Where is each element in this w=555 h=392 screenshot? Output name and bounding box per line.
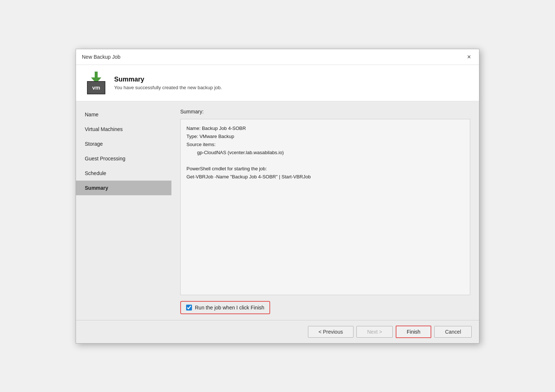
header-subtitle: You have successfully created the new ba… [114,85,222,90]
footer: < Previous Next > Finish Cancel [76,320,479,343]
run-job-checkbox-label[interactable]: Run the job when I click Finish [195,305,264,311]
cancel-button[interactable]: Cancel [434,326,472,338]
summary-text-box: Name: Backup Job 4-SOBR Type: VMware Bac… [180,119,470,295]
run-job-checkbox-row: Run the job when I click Finish [180,301,270,314]
run-job-checkbox[interactable] [186,305,192,311]
dialog-title: New Backup Job [82,54,120,60]
title-bar: New Backup Job × [76,49,479,65]
arrow-stem [95,72,98,77]
main-content: Summary: Name: Backup Job 4-SOBR Type: V… [171,101,479,320]
vm-icon: vm [87,81,105,94]
header-text: Summary You have successfully created th… [114,76,222,90]
close-button[interactable]: × [465,53,473,61]
sidebar: Name Virtual Machines Storage Guest Proc… [76,101,171,320]
header-icon: vm [85,72,108,94]
header-title: Summary [114,76,222,83]
sidebar-item-storage[interactable]: Storage [76,137,171,151]
new-backup-job-dialog: New Backup Job × vm Summary You have suc… [76,49,479,344]
finish-button[interactable]: Finish [396,326,431,338]
summary-section-label: Summary: [180,109,470,115]
sidebar-item-guest-processing[interactable]: Guest Processing [76,151,171,166]
sidebar-item-name[interactable]: Name [76,107,171,122]
next-button[interactable]: Next > [356,326,393,338]
previous-button[interactable]: < Previous [308,326,354,338]
sidebar-item-schedule[interactable]: Schedule [76,166,171,181]
sidebar-item-virtual-machines[interactable]: Virtual Machines [76,122,171,137]
body-area: Name Virtual Machines Storage Guest Proc… [76,101,479,320]
header-section: vm Summary You have successfully created… [76,65,479,101]
sidebar-item-summary[interactable]: Summary [76,181,171,195]
